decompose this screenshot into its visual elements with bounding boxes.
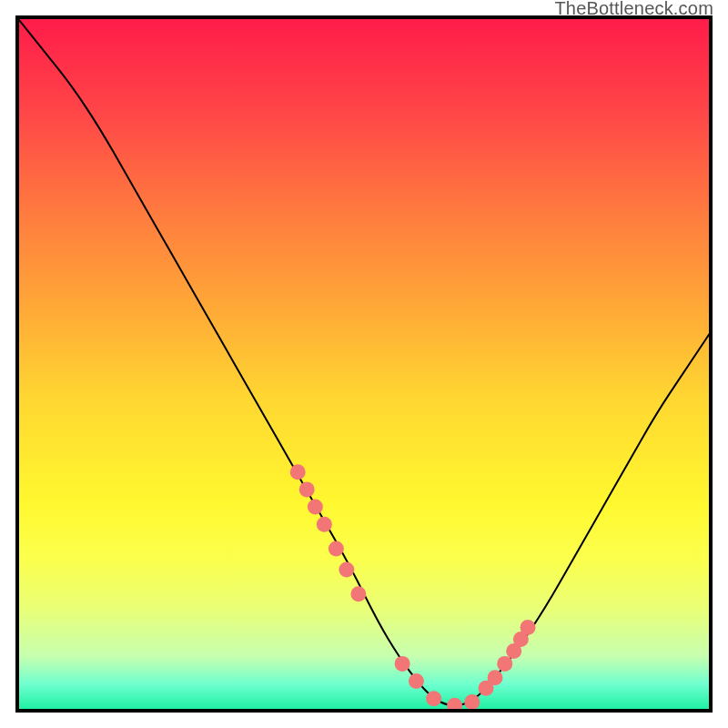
plot-area [15,15,713,713]
chart-frame: TheBottleneck.com [0,0,728,728]
watermark-text: TheBottleneck.com [554,0,713,19]
